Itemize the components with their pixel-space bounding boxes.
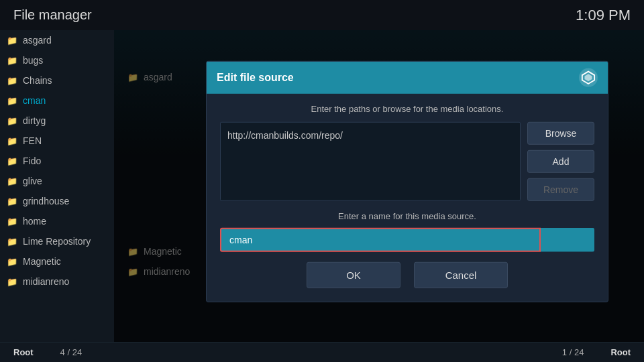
dialog-instruction2: Enter a name for this media source. xyxy=(220,210,594,221)
name-input[interactable] xyxy=(220,227,541,251)
sidebar-item-asgard[interactable]: 📁asgard xyxy=(0,30,114,50)
right-root-label: Root xyxy=(610,347,631,357)
svg-marker-1 xyxy=(585,74,592,81)
sidebar-item-lime-repository[interactable]: 📁Lime Repository xyxy=(0,231,114,251)
sidebar-item-grindhouse[interactable]: 📁grindhouse xyxy=(0,191,114,211)
dialog-close-button[interactable] xyxy=(579,68,598,86)
right-panel: 📁 asgard 📁 Magnetic 📁 midianreno Edit fi… xyxy=(114,30,644,342)
folder-icon: 📁 xyxy=(7,277,17,287)
folder-icon: 📁 xyxy=(7,237,17,247)
folder-icon: 📁 xyxy=(7,56,17,66)
add-button[interactable]: Add xyxy=(527,149,594,172)
url-box[interactable]: http://cmanbuilds.com/repo/ xyxy=(220,121,521,200)
left-root-label: Root xyxy=(13,347,34,357)
footer-right: 1 / 24 Root xyxy=(562,347,631,357)
folder-icon: 📁 xyxy=(7,257,17,267)
dialog-body: Enter the paths or browse for the media … xyxy=(207,93,608,301)
url-value: http://cmanbuilds.com/repo/ xyxy=(227,129,343,140)
left-count: 4 / 24 xyxy=(60,347,83,357)
footer-left: Root 4 / 24 xyxy=(13,347,82,357)
sidebar-item-glive[interactable]: 📁glive xyxy=(0,171,114,191)
folder-icon: 📁 xyxy=(7,116,17,126)
browse-button[interactable]: Browse xyxy=(527,121,594,144)
dialog-footer-buttons: OK Cancel xyxy=(220,261,594,291)
edit-file-source-dialog: Edit file source Enter the paths or brow… xyxy=(206,60,608,302)
clock: 1:09 PM xyxy=(576,7,631,24)
folder-icon: 📁 xyxy=(7,36,17,46)
sidebar-item-chains[interactable]: 📁Chains xyxy=(0,70,114,90)
cancel-button[interactable]: Cancel xyxy=(414,261,508,288)
dialog-instruction1: Enter the paths or browse for the media … xyxy=(220,103,594,113)
sidebar-item-midianreno[interactable]: 📁midianreno xyxy=(0,272,114,292)
folder-icon: 📁 xyxy=(7,96,17,106)
sidebar-item-cman[interactable]: 📁cman xyxy=(0,90,114,111)
folder-icon: 📁 xyxy=(7,196,17,206)
folder-icon: 📁 xyxy=(7,76,17,86)
ok-button[interactable]: OK xyxy=(307,261,400,288)
folder-icon: 📁 xyxy=(7,156,17,166)
name-input-end xyxy=(541,227,594,251)
app-header: File manager 1:09 PM xyxy=(0,0,644,30)
status-bar: Root 4 / 24 1 / 24 Root xyxy=(0,342,644,362)
sidebar-item-home[interactable]: 📁home xyxy=(0,211,114,231)
dialog-header: Edit file source xyxy=(207,61,608,93)
sidebar-item-magnetic[interactable]: 📁Magnetic xyxy=(0,251,114,272)
folder-icon: 📁 xyxy=(7,176,17,186)
app-title: File manager xyxy=(13,7,92,23)
action-buttons: Browse Add Remove xyxy=(527,121,594,200)
dialog-title: Edit file source xyxy=(217,71,294,83)
sidebar-item-bugs[interactable]: 📁bugs xyxy=(0,50,114,70)
folder-icon: 📁 xyxy=(7,136,17,146)
name-input-row xyxy=(220,227,594,251)
kodi-logo-icon xyxy=(579,68,598,86)
sidebar-item-fido[interactable]: 📁Fido xyxy=(0,151,114,171)
sidebar-item-fen[interactable]: 📁FEN xyxy=(0,131,114,151)
remove-button[interactable]: Remove xyxy=(527,178,594,200)
sidebar: 📁asgard📁bugs📁Chains📁cman📁dirtyg📁FEN📁Fido… xyxy=(0,30,114,342)
dialog-content-row: http://cmanbuilds.com/repo/ Browse Add R… xyxy=(220,121,594,200)
right-count: 1 / 24 xyxy=(562,347,584,357)
main-content: 📁asgard📁bugs📁Chains📁cman📁dirtyg📁FEN📁Fido… xyxy=(0,30,644,342)
folder-icon: 📁 xyxy=(7,217,17,227)
sidebar-item-dirtyg[interactable]: 📁dirtyg xyxy=(0,111,114,131)
